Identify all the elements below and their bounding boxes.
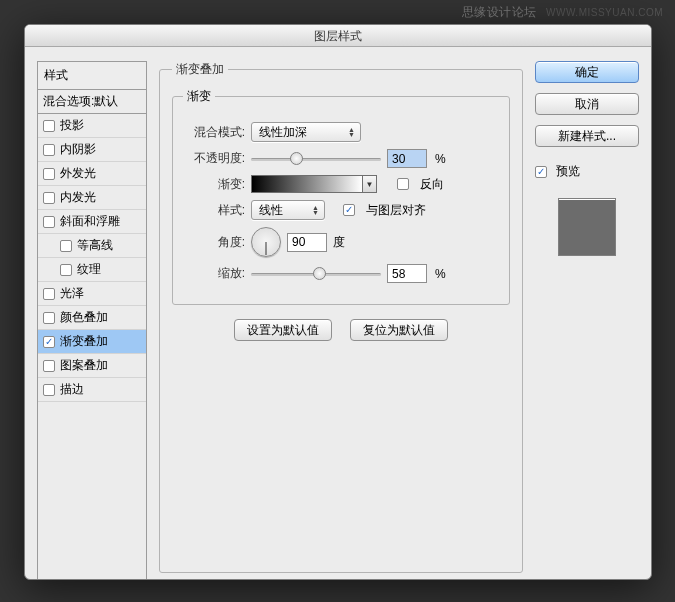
new-style-button[interactable]: 新建样式... — [535, 125, 639, 147]
watermark-text-2: WWW.MISSYUAN.COM — [546, 7, 663, 18]
style-row-contour[interactable]: 等高线 — [38, 234, 146, 258]
cancel-button[interactable]: 取消 — [535, 93, 639, 115]
angle-input[interactable] — [287, 233, 327, 252]
chevron-updown-icon: ▲▼ — [304, 205, 319, 215]
watermark-text-1: 思缘设计论坛 — [462, 5, 537, 19]
style-label: 内发光 — [60, 189, 96, 206]
checkbox-icon[interactable] — [43, 336, 55, 348]
style-row-drop-shadow[interactable]: 投影 — [38, 114, 146, 138]
style-row-outer-glow[interactable]: 外发光 — [38, 162, 146, 186]
checkbox-icon[interactable] — [43, 384, 55, 396]
angle-unit: 度 — [333, 234, 345, 251]
checkbox-icon[interactable] — [43, 216, 55, 228]
ok-button[interactable]: 确定 — [535, 61, 639, 83]
style-row-bevel-emboss[interactable]: 斜面和浮雕 — [38, 210, 146, 234]
blending-options-label: 混合选项:默认 — [43, 93, 118, 110]
styles-column: 样式 混合选项:默认 投影 内阴影 外发光 — [37, 61, 147, 565]
style-label: 纹理 — [77, 261, 101, 278]
inner-title: 渐变 — [183, 88, 215, 105]
preview-swatch — [558, 198, 616, 256]
style-label: 等高线 — [77, 237, 113, 254]
gradient-inner-group: 渐变 混合模式: 线性加深 ▲▼ 不透明度: — [172, 88, 510, 305]
style-row-texture[interactable]: 纹理 — [38, 258, 146, 282]
style-label: 投影 — [60, 117, 84, 134]
checkbox-icon[interactable] — [60, 240, 72, 252]
group-title: 渐变叠加 — [172, 61, 228, 78]
checkbox-icon[interactable] — [43, 144, 55, 156]
styles-header[interactable]: 样式 — [37, 61, 147, 89]
checkbox-icon[interactable] — [43, 192, 55, 204]
style-label: 斜面和浮雕 — [60, 213, 120, 230]
preview-toggle[interactable]: 预览 — [535, 163, 639, 180]
reverse-label: 反向 — [420, 176, 444, 193]
blend-mode-select[interactable]: 线性加深 ▲▼ — [251, 122, 361, 142]
reset-default-button[interactable]: 复位为默认值 — [350, 319, 448, 341]
checkbox-icon[interactable] — [43, 288, 55, 300]
style-label: 描边 — [60, 381, 84, 398]
style-label: 颜色叠加 — [60, 309, 108, 326]
chevron-updown-icon: ▲▼ — [340, 127, 355, 137]
style-label: 光泽 — [60, 285, 84, 302]
checkbox-icon[interactable] — [60, 264, 72, 276]
window-title: 图层样式 — [25, 25, 651, 47]
blending-options-row[interactable]: 混合选项:默认 — [38, 90, 146, 114]
reverse-checkbox[interactable] — [397, 178, 409, 190]
gradient-overlay-group: 渐变叠加 渐变 混合模式: 线性加深 ▲▼ 不透明度: — [159, 61, 523, 573]
right-panel: 确定 取消 新建样式... 预览 — [535, 61, 639, 565]
gradient-dropdown-icon[interactable]: ▼ — [363, 175, 377, 193]
scale-label: 缩放: — [183, 265, 245, 282]
scale-input[interactable] — [387, 264, 427, 283]
preview-checkbox[interactable] — [535, 166, 547, 178]
style-row-inner-glow[interactable]: 内发光 — [38, 186, 146, 210]
style-row-pattern-overlay[interactable]: 图案叠加 — [38, 354, 146, 378]
angle-label: 角度: — [183, 234, 245, 251]
scale-slider[interactable] — [251, 265, 381, 283]
style-label: 图案叠加 — [60, 357, 108, 374]
angle-dial[interactable] — [251, 227, 281, 257]
style-row-inner-shadow[interactable]: 内阴影 — [38, 138, 146, 162]
gradient-swatch[interactable] — [251, 175, 363, 193]
style-row-stroke[interactable]: 描边 — [38, 378, 146, 402]
styles-list: 混合选项:默认 投影 内阴影 外发光 内发光 — [37, 89, 147, 580]
style-label: 渐变叠加 — [60, 333, 108, 350]
blend-mode-value: 线性加深 — [259, 124, 307, 141]
blend-mode-label: 混合模式: — [183, 124, 245, 141]
align-label: 与图层对齐 — [366, 202, 426, 219]
opacity-input[interactable] — [387, 149, 427, 168]
align-checkbox[interactable] — [343, 204, 355, 216]
checkbox-icon[interactable] — [43, 360, 55, 372]
checkbox-icon[interactable] — [43, 312, 55, 324]
checkbox-icon[interactable] — [43, 120, 55, 132]
percent-label: % — [433, 152, 446, 166]
watermark: 思缘设计论坛 WWW.MISSYUAN.COM — [462, 4, 663, 21]
style-select[interactable]: 线性 ▲▼ — [251, 200, 325, 220]
style-row-color-overlay[interactable]: 颜色叠加 — [38, 306, 146, 330]
style-value: 线性 — [259, 202, 283, 219]
style-label: 内阴影 — [60, 141, 96, 158]
style-label: 外发光 — [60, 165, 96, 182]
opacity-slider[interactable] — [251, 150, 381, 168]
opacity-label: 不透明度: — [183, 150, 245, 167]
percent-label: % — [433, 267, 446, 281]
set-default-button[interactable]: 设置为默认值 — [234, 319, 332, 341]
preview-label: 预览 — [556, 163, 580, 180]
layer-style-window: 图层样式 样式 混合选项:默认 投影 内阴影 外发光 — [24, 24, 652, 580]
gradient-label: 渐变: — [183, 176, 245, 193]
checkbox-icon[interactable] — [43, 168, 55, 180]
style-label: 样式: — [183, 202, 245, 219]
settings-panel: 渐变叠加 渐变 混合模式: 线性加深 ▲▼ 不透明度: — [159, 61, 523, 565]
style-row-gradient-overlay[interactable]: 渐变叠加 — [38, 330, 146, 354]
style-row-satin[interactable]: 光泽 — [38, 282, 146, 306]
